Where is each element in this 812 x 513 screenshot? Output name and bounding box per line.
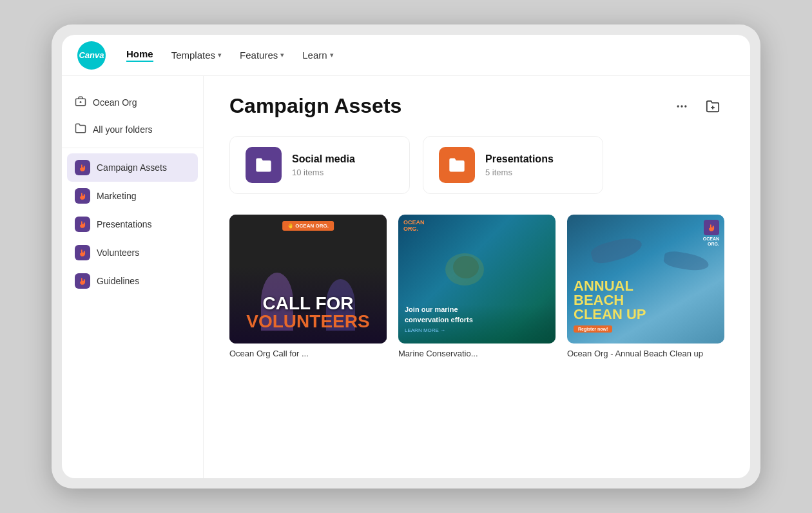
folder-icon: [75, 122, 86, 136]
sidebar-label-3: Volunteers: [97, 247, 139, 258]
sidebar-label-0: Campaign Assets: [97, 162, 167, 173]
nav-templates[interactable]: Templates ▾: [171, 50, 222, 61]
sidebar-label-2: Presentations: [97, 219, 152, 229]
hand-icon-0: [75, 160, 90, 175]
all-folders-label: All your folders: [93, 124, 153, 135]
image-caption-2: Ocean Org - Annual Beach Clean up: [567, 349, 724, 358]
hand-icon-3: [75, 245, 90, 260]
svg-point-3: [677, 105, 679, 107]
image-thumb-2: OCEANORG. ANNUALBEACHCLEAN UP Register n…: [567, 215, 724, 344]
folder-count-social: 10 items: [292, 168, 355, 177]
content-area: Campaign Assets: [204, 76, 750, 478]
folder-count-presentations: 5 items: [485, 168, 554, 177]
content-header: Campaign Assets: [229, 94, 724, 118]
more-options-button[interactable]: [670, 95, 693, 118]
templates-chevron: ▾: [218, 51, 222, 59]
sidebar-divider: [62, 148, 203, 148]
image-card-0[interactable]: 🤚 OCEAN ORG. CALL FOR VOLUNTEERS: [229, 215, 387, 358]
org-name: Ocean Org: [93, 97, 137, 108]
sidebar-label-4: Guidelines: [97, 276, 139, 286]
folder-info-presentations: Presentations 5 items: [485, 153, 554, 177]
page-title: Campaign Assets: [229, 94, 401, 118]
sidebar: Ocean Org All your folders: [62, 76, 204, 478]
sidebar-org[interactable]: Ocean Org: [62, 89, 203, 116]
sidebar-label-1: Marketing: [97, 191, 136, 201]
top-nav: Canva Home Templates ▾ Features ▾ Learn …: [62, 35, 750, 76]
images-grid: 🤚 OCEAN ORG. CALL FOR VOLUNTEERS: [229, 215, 724, 358]
folder-name-social: Social media: [292, 153, 355, 165]
nav-home[interactable]: Home: [126, 48, 153, 62]
sidebar-item-guidelines[interactable]: Guidelines: [62, 267, 203, 295]
device-frame: Canva Home Templates ▾ Features ▾ Learn …: [52, 24, 760, 489]
svg-point-5: [684, 105, 686, 107]
add-folder-button[interactable]: [701, 95, 724, 118]
folders-row: Social media 10 items Presentations: [229, 136, 724, 194]
sidebar-item-volunteers[interactable]: Volunteers: [62, 238, 203, 267]
header-actions: [670, 95, 724, 118]
all-folders-link[interactable]: All your folders: [62, 116, 203, 142]
image-caption-0: Ocean Org Call for ...: [229, 349, 387, 358]
main-layout: Ocean Org All your folders: [62, 76, 750, 478]
folder-icon-presentations: [439, 147, 475, 183]
nav-items: Home Templates ▾ Features ▾ Learn ▾: [126, 48, 334, 62]
folder-card-social-media[interactable]: Social media 10 items: [229, 136, 410, 194]
hand-icon-1: [75, 188, 90, 204]
canva-logo[interactable]: Canva: [77, 41, 106, 70]
folder-info-social: Social media 10 items: [292, 153, 355, 177]
image-card-2[interactable]: OCEANORG. ANNUALBEACHCLEAN UP Register n…: [567, 215, 724, 358]
sidebar-item-presentations[interactable]: Presentations: [62, 210, 203, 238]
hand-icon-2: [75, 217, 90, 232]
browser-window: Canva Home Templates ▾ Features ▾ Learn …: [62, 35, 750, 478]
image-card-1[interactable]: OCEANORG. Join our marineconvervation ef…: [398, 215, 556, 358]
org-icon: [75, 95, 86, 110]
sidebar-item-marketing[interactable]: Marketing: [62, 182, 203, 210]
image-thumb-1: OCEANORG. Join our marineconvervation ef…: [398, 215, 556, 344]
features-chevron: ▾: [280, 51, 284, 59]
image-caption-1: Marine Conservatio...: [398, 349, 556, 358]
folder-icon-social: [246, 147, 282, 183]
sidebar-item-campaign-assets[interactable]: Campaign Assets: [67, 153, 198, 182]
svg-point-4: [681, 105, 682, 107]
folder-card-presentations[interactable]: Presentations 5 items: [423, 136, 603, 194]
nav-features[interactable]: Features ▾: [240, 50, 284, 61]
image-thumb-0: 🤚 OCEAN ORG. CALL FOR VOLUNTEERS: [229, 215, 387, 344]
nav-learn[interactable]: Learn ▾: [302, 50, 333, 61]
folder-name-presentations: Presentations: [485, 153, 554, 165]
hand-icon-4: [75, 273, 90, 289]
learn-chevron: ▾: [330, 51, 334, 59]
